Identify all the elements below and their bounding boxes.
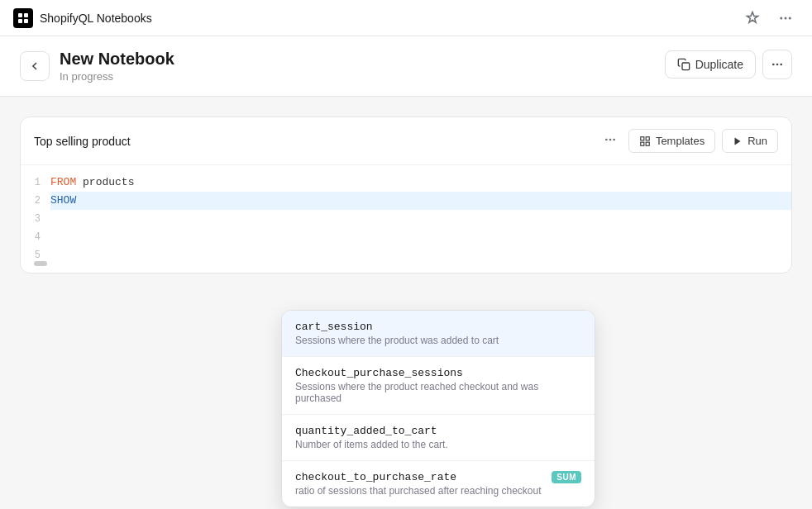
page-header-left: New Notebook In progress — [20, 50, 174, 83]
svg-rect-3 — [24, 19, 28, 23]
card-more-button[interactable] — [599, 130, 622, 153]
autocomplete-item-desc-0: Sessions where the product was added to … — [295, 335, 581, 346]
notebook-card-actions: Templates Run — [599, 129, 778, 153]
main-content: Top selling product Templates — [0, 97, 812, 509]
svg-point-9 — [776, 64, 779, 66]
back-button[interactable] — [20, 51, 50, 81]
code-line-3: 3 — [21, 210, 791, 228]
run-label: Run — [748, 135, 767, 147]
autocomplete-item-1[interactable]: Checkout_purchase_sessions Sessions wher… — [282, 357, 595, 415]
svg-rect-15 — [646, 136, 649, 140]
code-line-2: 2 SHOW — [21, 192, 791, 210]
app-logo — [13, 8, 33, 28]
svg-point-13 — [613, 138, 615, 140]
topbar-left: ShopifyQL Notebooks — [13, 8, 152, 28]
notebook-card-header: Top selling product Templates — [21, 117, 791, 165]
code-editor[interactable]: 1 FROM products 2 SHOW 3 4 5 — [21, 165, 791, 273]
autocomplete-item-name-3: checkout_to_purchase_rate SUM — [295, 471, 581, 483]
autocomplete-item-desc-2: Number of items added to the cart. — [295, 439, 581, 450]
autocomplete-item-name-2: quantity_added_to_cart — [295, 425, 581, 437]
code-line-5: 5 — [21, 246, 791, 264]
svg-point-8 — [772, 64, 775, 66]
app-title: ShopifyQL Notebooks — [40, 12, 152, 25]
topbar-more-button[interactable] — [772, 5, 799, 31]
topbar-right — [739, 5, 799, 31]
svg-rect-16 — [641, 142, 644, 145]
duplicate-button[interactable]: Duplicate — [665, 50, 756, 78]
page-header: New Notebook In progress Duplicate — [0, 36, 812, 97]
autocomplete-item-desc-3: ratio of sessions that purchased after r… — [295, 485, 581, 497]
page-header-right: Duplicate — [665, 50, 792, 79]
notebook-card-title: Top selling product — [34, 135, 131, 148]
svg-marker-18 — [735, 137, 741, 145]
topbar: ShopifyQL Notebooks — [0, 0, 812, 36]
templates-button[interactable]: Templates — [628, 129, 715, 153]
sum-badge: SUM — [552, 471, 581, 483]
svg-point-5 — [785, 17, 787, 19]
svg-rect-7 — [682, 63, 690, 70]
svg-point-6 — [789, 17, 791, 19]
page-status: In progress — [60, 70, 174, 83]
page-title-group: New Notebook In progress — [60, 50, 174, 83]
autocomplete-dropdown: cart_session Sessions where the product … — [281, 310, 595, 507]
autocomplete-item-3[interactable]: checkout_to_purchase_rate SUM ratio of s… — [282, 461, 595, 507]
autocomplete-item-2[interactable]: quantity_added_to_cart Number of items a… — [282, 415, 595, 461]
scroll-indicator — [34, 261, 47, 266]
svg-rect-2 — [18, 19, 22, 23]
svg-point-10 — [780, 64, 782, 66]
templates-label: Templates — [656, 135, 705, 147]
svg-rect-14 — [641, 136, 644, 140]
svg-rect-0 — [18, 13, 22, 17]
header-more-button[interactable] — [762, 50, 792, 79]
run-button[interactable]: Run — [722, 129, 778, 153]
pin-button[interactable] — [739, 5, 766, 31]
svg-point-12 — [609, 138, 612, 140]
code-line-1: 1 FROM products — [21, 174, 791, 192]
autocomplete-item-desc-1: Sessions where the product reached check… — [295, 381, 581, 404]
autocomplete-item-name-0: cart_session — [295, 321, 581, 333]
code-line-4: 4 — [21, 228, 791, 246]
svg-rect-17 — [646, 142, 649, 145]
svg-point-11 — [605, 138, 608, 140]
svg-point-4 — [780, 17, 782, 19]
autocomplete-item-name-1: Checkout_purchase_sessions — [295, 367, 581, 379]
page-title: New Notebook — [60, 50, 174, 69]
autocomplete-item-0[interactable]: cart_session Sessions where the product … — [282, 311, 595, 357]
svg-rect-1 — [24, 13, 28, 17]
notebook-card: Top selling product Templates — [20, 117, 792, 274]
